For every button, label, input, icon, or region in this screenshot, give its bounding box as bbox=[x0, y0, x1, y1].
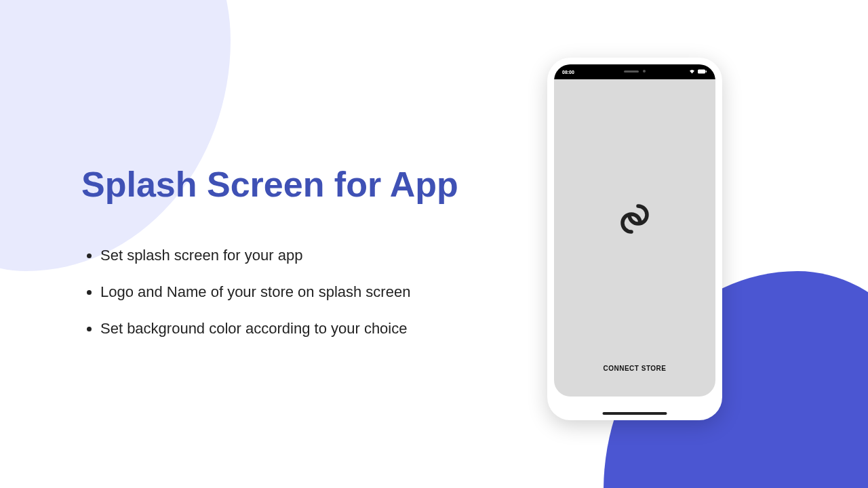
phone-status-bar: 08:00 bbox=[554, 64, 715, 79]
phone-frame: 08:00 bbox=[547, 58, 722, 420]
store-logo-icon bbox=[620, 203, 650, 237]
home-indicator bbox=[603, 412, 667, 415]
phone-screen: 08:00 bbox=[554, 64, 715, 396]
page-heading: Splash Screen for App bbox=[81, 164, 458, 205]
camera-icon bbox=[643, 70, 646, 73]
text-content: Splash Screen for App Set splash screen … bbox=[81, 164, 458, 357]
speaker-icon bbox=[624, 70, 639, 73]
store-name-label: CONNECT STORE bbox=[554, 365, 715, 372]
list-item: Set background color according to your c… bbox=[100, 320, 458, 338]
svg-rect-0 bbox=[698, 70, 705, 74]
list-item: Logo and Name of your store on splash sc… bbox=[100, 283, 458, 301]
wifi-icon bbox=[689, 69, 695, 75]
svg-rect-1 bbox=[706, 70, 707, 73]
feature-bullets: Set splash screen for your app Logo and … bbox=[81, 247, 458, 338]
battery-icon bbox=[698, 69, 707, 75]
status-time: 08:00 bbox=[562, 70, 574, 75]
phone-mockup: 08:00 bbox=[547, 58, 722, 420]
phone-notch bbox=[624, 70, 646, 73]
list-item: Set splash screen for your app bbox=[100, 247, 458, 264]
status-right bbox=[689, 69, 707, 75]
